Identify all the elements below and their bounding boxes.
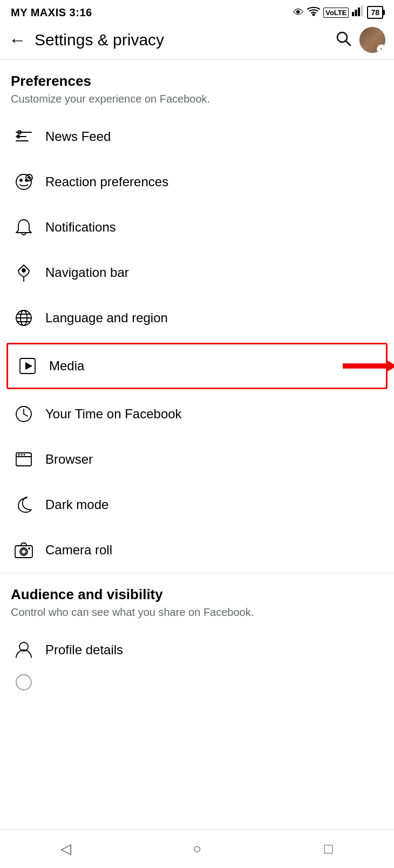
back-nav-button[interactable]: ◁ [50,833,82,865]
svg-point-38 [28,547,30,550]
nav-actions: ▾ [335,27,385,53]
clock-icon [11,401,37,427]
camera-roll-label: Camera roll [45,542,112,558]
reaction-icon [11,169,37,195]
audience-visibility-section: Audience and visibility Control who can … [0,573,394,627]
svg-rect-4 [361,5,363,16]
menu-item-notifications[interactable]: Notifications [0,205,394,250]
home-nav-button[interactable]: ○ [181,833,213,865]
svg-point-0 [313,14,315,16]
svg-point-34 [24,454,25,456]
partial-icon [11,673,37,692]
browser-label: Browser [45,452,93,467]
language-region-label: Language and region [45,310,168,326]
menu-item-news-feed[interactable]: News Feed [0,114,394,159]
menu-item-navigation-bar[interactable]: Navigation bar [0,250,394,295]
svg-rect-2 [355,10,357,16]
profile-icon [11,637,37,663]
notifications-label: Notifications [45,220,116,235]
menu-item-reaction-preferences[interactable]: Reaction preferences [0,159,394,205]
menu-item-partial[interactable] [0,673,394,692]
menu-item-camera-roll[interactable]: Camera roll [0,527,394,573]
avatar[interactable]: ▾ [359,27,385,53]
menu-item-browser[interactable]: Browser [0,437,394,482]
preferences-subtitle: Customize your experience on Facebook. [11,93,383,105]
reaction-preferences-label: Reaction preferences [45,174,168,189]
status-icons: 👁 VoLTE 78 [293,5,383,19]
svg-point-19 [22,269,25,272]
svg-point-13 [20,179,22,181]
audience-visibility-subtitle: Control who can see what you share on Fa… [11,606,383,619]
eye-icon: 👁 [293,6,304,19]
carrier-time: MY MAXIS 3:16 [11,6,92,19]
audience-visibility-title: Audience and visibility [11,586,383,603]
battery-icon: 78 [367,6,383,19]
camera-icon [11,537,37,563]
navigation-bar-label: Navigation bar [45,265,129,280]
dark-mode-label: Dark mode [45,497,108,512]
svg-point-32 [18,454,20,456]
menu-item-language-region[interactable]: Language and region [0,295,394,341]
audience-menu: Profile details [0,627,394,692]
menu-item-media[interactable]: Media [6,343,388,389]
svg-rect-3 [358,8,360,16]
chevron-down-icon: ▾ [377,44,385,53]
page-title: Settings & privacy [35,31,335,49]
menu-item-dark-mode[interactable]: Dark mode [0,482,394,527]
menu-item-profile-details[interactable]: Profile details [0,627,394,673]
news-feed-icon [11,124,37,150]
red-arrow-annotation [343,360,394,372]
svg-rect-1 [352,12,354,16]
menu-item-your-time[interactable]: Your Time on Facebook [0,391,394,437]
recents-nav-button[interactable]: □ [312,833,344,865]
svg-point-37 [22,550,26,554]
media-icon [15,353,40,379]
preferences-section: Preferences Customize your experience on… [0,60,394,114]
signal-icon [352,5,364,19]
svg-line-6 [346,41,350,45]
media-label: Media [49,358,84,374]
globe-icon [11,305,37,331]
pin-icon [11,260,37,286]
svg-point-40 [16,675,31,690]
svg-point-33 [21,454,23,456]
profile-details-label: Profile details [45,642,123,657]
wifi-icon [307,5,320,19]
top-nav: ← Settings & privacy ▾ [0,23,394,60]
volte-icon: VoLTE [323,8,349,18]
bottom-nav: ◁ ○ □ [0,829,394,868]
preferences-menu: News Feed Reaction preferences [0,114,394,573]
preferences-title: Preferences [11,73,383,90]
back-button[interactable]: ← [9,31,26,49]
your-time-label: Your Time on Facebook [45,406,182,422]
svg-line-29 [24,414,28,416]
status-bar: MY MAXIS 3:16 👁 VoLTE 78 [0,0,394,23]
browser-icon [11,446,37,472]
svg-marker-26 [25,362,32,370]
moon-icon [11,492,37,518]
news-feed-label: News Feed [45,129,111,144]
bell-icon [11,214,37,240]
search-button[interactable] [335,30,352,51]
